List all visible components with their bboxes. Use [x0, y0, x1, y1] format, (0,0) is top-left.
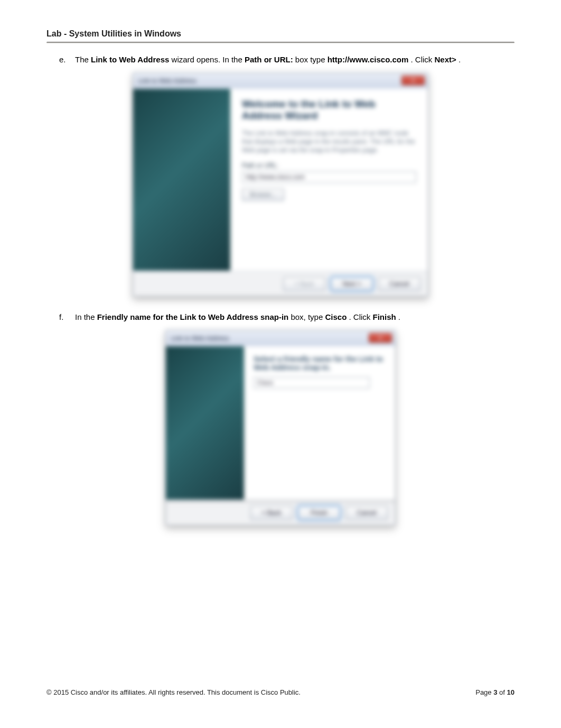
wizard-dialog-2: Link to Web Address X Select a friendly …	[165, 330, 396, 526]
dialog1-button-row: < Back Next > Cancel	[133, 271, 428, 296]
step-f-marker: f.	[59, 311, 75, 322]
back-button[interactable]: < Back	[283, 277, 325, 291]
dialog2-side-panel	[166, 346, 244, 500]
text: . Click	[411, 55, 435, 64]
page-total: 10	[507, 688, 515, 696]
bold-text: Next>	[435, 55, 456, 64]
step-e: e. The Link to Web Address wizard opens.…	[59, 54, 515, 65]
copyright-text: © 2015 Cisco and/or its affiliates. All …	[46, 688, 301, 696]
text: wizard opens. In the	[172, 55, 245, 64]
dialog1-content: Welcome to the Link to Web Address Wizar…	[230, 89, 428, 271]
dialog2-body: Select a friendly name for the Link to W…	[166, 346, 395, 500]
text: box type	[295, 55, 328, 64]
page-label: Page	[475, 688, 493, 696]
text: .	[398, 312, 400, 321]
text: The	[75, 55, 91, 64]
bold-text: Friendly name for the Link to Web Addres…	[97, 312, 289, 321]
text: In the	[75, 312, 97, 321]
bold-text: Path or URL:	[245, 55, 293, 64]
dialog1-description: The Link to Web Address snap-in consists…	[242, 129, 416, 155]
dialog1-title: Link to Web Address	[133, 77, 197, 85]
bold-text: Cisco	[325, 312, 347, 321]
page-title: Lab - System Utilities in Windows	[46, 29, 515, 42]
cancel-button[interactable]: Cancel	[378, 277, 420, 291]
wizard-dialog-1: Link to Web Address X Welcome to the Lin…	[133, 72, 428, 297]
path-url-input[interactable]	[242, 171, 416, 183]
dialog1-title-bar: Link to Web Address X	[133, 73, 428, 89]
figure-2-wrap: Link to Web Address X Select a friendly …	[46, 330, 515, 526]
dialog2-content: Select a friendly name for the Link to W…	[244, 346, 395, 500]
dialog2-button-row: < Back Finish Cancel	[166, 500, 395, 525]
page-footer: © 2015 Cisco and/or its affiliates. All …	[46, 688, 515, 696]
document-page: Lab - System Utilities in Windows e. The…	[0, 0, 561, 728]
path-url-label: Path or URL:	[242, 162, 416, 169]
step-e-marker: e.	[59, 54, 75, 65]
friendly-name-input[interactable]	[254, 377, 370, 389]
path-url-row	[242, 171, 416, 183]
bold-text: http://www.cisco.com	[328, 55, 409, 64]
next-button[interactable]: Next >	[331, 277, 373, 291]
page-number: Page 3 of 10	[475, 688, 515, 696]
step-e-body: The Link to Web Address wizard opens. In…	[75, 54, 515, 65]
dialog1-heading: Welcome to the Link to Web Address Wizar…	[242, 98, 416, 122]
text: . Click	[349, 312, 373, 321]
dialog1-side-panel	[133, 89, 230, 271]
back-button[interactable]: < Back	[250, 506, 293, 520]
page-current: 3	[493, 688, 497, 696]
step-f-body: In the Friendly name for the Link to Web…	[75, 311, 515, 322]
page-of: of	[499, 688, 507, 696]
step-f: f. In the Friendly name for the Link to …	[59, 311, 515, 322]
title-divider	[46, 42, 515, 43]
text: box, type	[291, 312, 325, 321]
figure-1-wrap: Link to Web Address X Welcome to the Lin…	[46, 72, 515, 297]
finish-button[interactable]: Finish	[298, 506, 340, 520]
dialog1-body: Welcome to the Link to Web Address Wizar…	[133, 89, 428, 271]
cancel-button[interactable]: Cancel	[345, 506, 388, 520]
close-button[interactable]: X	[369, 333, 392, 343]
dialog2-title: Link to Web Address	[166, 335, 229, 342]
dialog2-title-bar: Link to Web Address X	[166, 330, 395, 346]
bold-text: Finish	[373, 312, 396, 321]
browse-button[interactable]: Browse...	[242, 188, 284, 201]
close-button[interactable]: X	[401, 76, 425, 85]
dialog2-heading: Select a friendly name for the Link to W…	[254, 355, 386, 372]
text: .	[459, 55, 461, 64]
bold-text: Link to Web Address	[91, 55, 169, 64]
